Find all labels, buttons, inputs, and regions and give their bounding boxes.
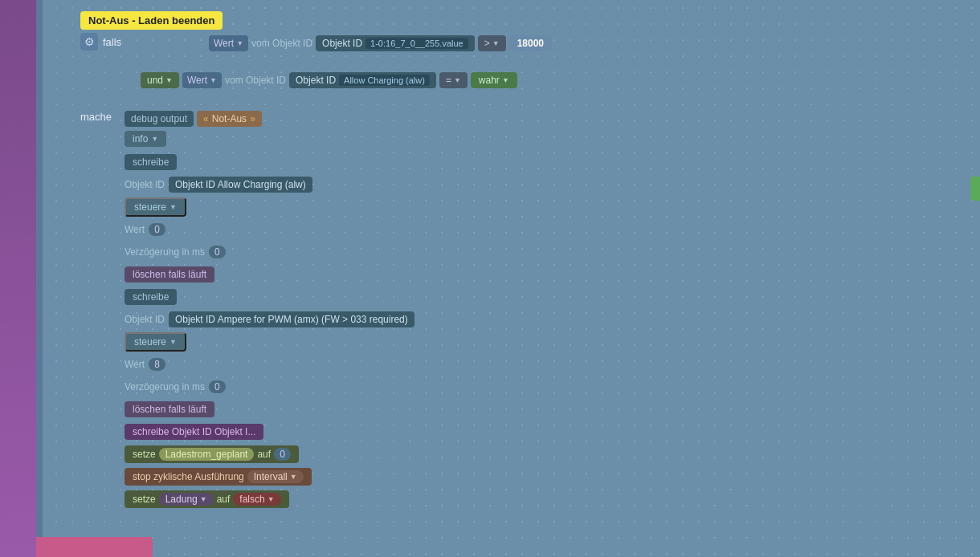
falsch-label: falsch — [239, 494, 264, 505]
wert-dropdown-icon-2[interactable]: ▼ — [210, 76, 217, 84]
wert-row-1: Wert 0 — [125, 220, 414, 239]
eq-dropdown-icon-2[interactable]: ▼ — [454, 76, 461, 84]
outer-frame — [36, 0, 43, 557]
objid-block-content-2[interactable]: Objekt ID Ampere for PWM (amx) (FW > 033… — [169, 311, 414, 327]
vom-label-1: vom Objekt ID — [251, 38, 312, 49]
falsch-dropdown-icon[interactable]: ▼ — [267, 495, 275, 503]
content-area: schreibe Objekt ID Objekt ID Allow Charg… — [125, 152, 414, 509]
interval-dropdown-icon[interactable]: ▼ — [290, 473, 297, 481]
gear-icon[interactable]: ⚙ — [80, 33, 98, 51]
setze-row-1: setze Ladestrom_geplant auf 0 — [125, 445, 414, 464]
und-label: und — [147, 75, 163, 86]
gt-dropdown-icon-1[interactable]: ▼ — [492, 39, 500, 47]
schreibe-long-row: schreibe Objekt ID Objekt I... — [125, 422, 414, 441]
und-block[interactable]: und ▼ — [141, 72, 179, 88]
wert-dropdown-icon-1[interactable]: ▼ — [236, 39, 243, 47]
auf-label-1: auf — [257, 449, 271, 460]
wert-text-2: Wert — [125, 359, 145, 370]
objid-value-2[interactable]: Allow Charging (alw) — [339, 75, 430, 86]
mache-label: mache — [80, 111, 112, 123]
objid-block-2: Objekt ID Allow Charging (alw) — [289, 72, 436, 88]
info-dropdown[interactable]: info ▼ — [125, 131, 166, 147]
gt-operator-1[interactable]: > ▼ — [478, 35, 506, 51]
schreibe-row-2: schreibe — [125, 287, 414, 307]
loeschen-row-2: löschen falls läuft — [125, 400, 414, 419]
auf-label-2: auf — [217, 494, 231, 505]
notaus-text: Not-Aus — [212, 113, 247, 124]
wert-value-2[interactable]: 8 — [149, 358, 165, 371]
wahr-block[interactable]: wahr ▼ — [471, 72, 517, 88]
stop-label: stop zyklische Ausführung — [133, 471, 244, 482]
info-button[interactable]: info ▼ — [125, 131, 166, 147]
loeschen-block-1: löschen falls läuft — [125, 266, 214, 283]
verzoegerung-text-1: Verzögerung in ms — [125, 246, 205, 258]
steuere-row-2: steuere ▼ — [125, 332, 414, 352]
steuere-button-2[interactable]: steuere ▼ — [125, 332, 186, 352]
debug-block: debug output « Not-Aus » — [125, 111, 262, 127]
falls-label: falls — [103, 36, 121, 48]
objekt-id-row-2: Objekt ID Objekt ID Ampere for PWM (amx)… — [125, 310, 414, 329]
eq-label-2: = — [446, 75, 451, 86]
canvas: Not-Aus - Laden beenden ⚙ falls Wert ▼ v… — [0, 0, 980, 557]
wert-text-1: Wert — [125, 224, 145, 235]
ladestrom-var[interactable]: Ladestrom_geplant — [159, 448, 255, 461]
objekt-id-text-1: Objekt ID — [125, 179, 165, 190]
steuere-dropdown-1[interactable]: ▼ — [169, 203, 177, 211]
ladestrom-value[interactable]: 0 — [274, 448, 291, 461]
schreibe-row-1: schreibe — [125, 152, 414, 172]
debug-output-label: debug output — [125, 111, 194, 127]
und-dropdown-icon[interactable]: ▼ — [165, 76, 173, 84]
vom-label-2: vom Objekt ID — [225, 75, 286, 86]
falsch-pill[interactable]: falsch ▼ — [233, 493, 280, 506]
verzoegerung-row-1: Verzögerung in ms 0 — [125, 242, 414, 262]
wahr-dropdown-icon[interactable]: ▼ — [502, 76, 509, 84]
steuere-label-1: steuere — [134, 201, 166, 213]
setze-block-2: setze Ladung ▼ auf falsch ▼ — [125, 490, 289, 508]
interval-pill[interactable]: Intervall ▼ — [247, 470, 304, 483]
title-text: Not-Aus - Laden beenden — [88, 14, 214, 26]
mache-row: mache — [80, 111, 112, 123]
condition-row1: Wert ▼ vom Objekt ID Objekt ID 1-0:16_7_… — [209, 35, 552, 51]
eq-operator-2[interactable]: = ▼ — [439, 72, 468, 88]
ladung-var[interactable]: Ladung ▼ — [159, 493, 214, 506]
interval-label: Intervall — [254, 471, 288, 482]
wert-label-2: Wert — [187, 75, 207, 86]
setze-block-1: setze Ladestrom_geplant auf 0 — [125, 445, 299, 463]
objid-block-1: Objekt ID 1-0:16_7_0__255.value — [316, 35, 475, 51]
loeschen-block-2: löschen falls läuft — [125, 401, 214, 417]
objid-value-1[interactable]: 1-0:16_7_0__255.value — [365, 38, 468, 49]
wert-block-1[interactable]: Wert ▼ — [209, 35, 248, 51]
objid-content-value-2: Objekt ID Ampere for PWM (amx) (FW > 033… — [175, 314, 408, 325]
schreibe-long-block[interactable]: schreibe Objekt ID Objekt I... — [125, 424, 263, 440]
info-dropdown-icon[interactable]: ▼ — [151, 135, 158, 143]
steuere-row-1: steuere ▼ — [125, 197, 414, 217]
ladung-dropdown-icon[interactable]: ▼ — [200, 495, 207, 503]
side-indicator — [970, 177, 980, 201]
verzoegerung-row-2: Verzögerung in ms 0 — [125, 377, 414, 396]
value-number-1[interactable]: 18000 — [509, 35, 552, 51]
objid-content-value-1: Objekt ID Allow Charging (alw) — [175, 179, 306, 190]
verzoegerung-value-1[interactable]: 0 — [209, 246, 226, 258]
ladung-label: Ladung — [165, 494, 198, 505]
objekt-id-row-1: Objekt ID Objekt ID Allow Charging (alw) — [125, 175, 414, 194]
bottom-bar — [36, 537, 153, 557]
objid-block-content-1[interactable]: Objekt ID Allow Charging (alw) — [169, 177, 312, 193]
loeschen-label-2: löschen falls läuft — [133, 404, 206, 415]
schreibe-label-2: schreibe — [125, 289, 177, 305]
wert-value-1[interactable]: 0 — [149, 223, 165, 236]
verzoegerung-value-2[interactable]: 0 — [209, 380, 226, 393]
wert-label-1: Wert — [214, 38, 234, 49]
gt-label-1: > — [484, 38, 490, 49]
steuere-button-1[interactable]: steuere ▼ — [125, 197, 186, 217]
schreibe-label-1: schreibe — [125, 154, 177, 170]
wert-block-2[interactable]: Wert ▼ — [182, 72, 222, 88]
objekt-id-text-2: Objekt ID — [125, 314, 165, 325]
loeschen-label-1: löschen falls läuft — [133, 269, 206, 280]
stop-block: stop zyklische Ausführung Intervall ▼ — [125, 468, 312, 486]
setze-label-1: setze — [133, 449, 156, 460]
objid-label-1: Objekt ID — [322, 38, 362, 49]
steuere-dropdown-2[interactable]: ▼ — [169, 338, 177, 346]
info-label: info — [133, 133, 148, 144]
left-sidebar-bar — [0, 0, 36, 557]
objid-label-2: Objekt ID — [296, 75, 336, 86]
